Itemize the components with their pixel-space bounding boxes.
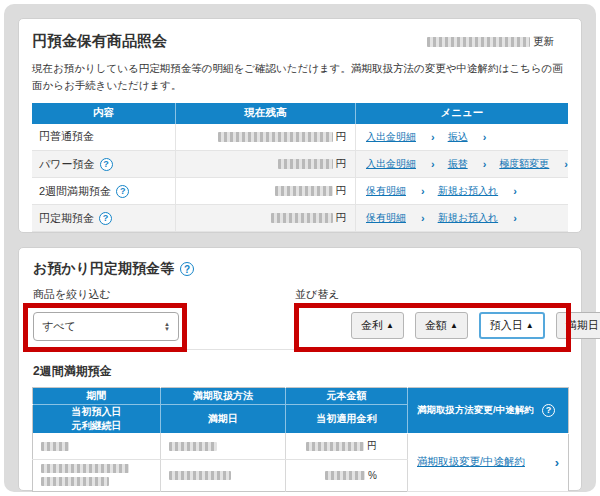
chevron-right-icon: ›	[555, 455, 559, 470]
column-header-maturity: 満期日	[161, 405, 286, 434]
link-new-deposit[interactable]: 新規お預入れ	[438, 211, 498, 225]
help-icon[interactable]: ?	[542, 404, 555, 417]
percent-suffix: %	[368, 470, 377, 481]
table-row-2week: 2週間満期預金? 円 保有明細› 新規お預入れ›	[32, 178, 568, 205]
column-header-action: 満期取扱方法変更/中途解約 ?	[408, 388, 569, 434]
masked-renewal-date	[41, 477, 109, 486]
last-updated: 更新	[427, 35, 554, 49]
help-icon[interactable]: ?	[99, 212, 112, 225]
time-deposit-card: お預かり円定期預金等 ? 商品を絞り込む 並び替え すべて ▲▼ 金利▲ 金額▲…	[18, 247, 582, 491]
help-icon[interactable]: ?	[100, 158, 113, 171]
link-limit-change[interactable]: 極度額変更	[499, 157, 549, 171]
chevron-right-icon: ›	[513, 212, 517, 224]
section-title: お預かり円定期預金等	[33, 260, 174, 278]
yen-suffix: 円	[335, 130, 346, 142]
chevron-right-icon: ›	[513, 185, 517, 197]
product-name: パワー預金	[39, 157, 95, 172]
link-new-deposit[interactable]: 新規お預入れ	[438, 184, 498, 198]
column-header-deposit-date: 当初預入日 元利継続日	[33, 405, 161, 434]
masked-principal	[306, 442, 364, 451]
subsection-title: 2週間満期預金	[33, 363, 112, 380]
masked-rate	[325, 471, 365, 480]
table-row-power: パワー預金? 円 入出金明細› 振替› 極度額変更›	[32, 151, 568, 178]
filter-label: 商品を絞り込む	[33, 287, 111, 302]
table-row-teiki: 円定期預金? 円 保有明細› 新規お預入れ›	[32, 205, 568, 232]
column-header-content: 内容	[32, 103, 176, 124]
chevron-right-icon: ›	[483, 131, 487, 143]
masked-balance	[278, 159, 333, 169]
link-holdings-detail[interactable]: 保有明細	[366, 184, 406, 198]
updated-label: 更新	[533, 35, 554, 49]
product-name: 円普通預金	[39, 129, 94, 144]
holdings-card: 円預金保有商品照会 更新 現在お預かりしている円定期預金等の明細をご確認いただけ…	[18, 18, 582, 233]
masked-period	[41, 442, 69, 451]
masked-maturity-date	[169, 471, 231, 480]
chevron-right-icon: ›	[421, 185, 425, 197]
column-header-period: 期間	[33, 388, 161, 405]
masked-update-timestamp	[427, 37, 530, 47]
action-cell: 満期取扱変更/中途解約 ›	[408, 433, 569, 491]
masked-balance	[275, 186, 333, 196]
column-header-menu: メニュー	[355, 103, 568, 124]
link-transfer-between[interactable]: 振替	[448, 157, 468, 171]
help-icon[interactable]: ?	[180, 262, 194, 276]
yen-suffix: 円	[367, 440, 377, 451]
masked-method	[169, 442, 217, 451]
column-header-balance: 現在残高	[176, 103, 356, 124]
chevron-right-icon: ›	[431, 131, 435, 143]
link-transfer[interactable]: 振込	[448, 130, 468, 144]
product-name: 円定期預金	[39, 211, 94, 226]
link-deposit-withdrawal-detail[interactable]: 入出金明細	[366, 157, 416, 171]
product-name: 2週間満期預金	[39, 184, 111, 199]
deposit-row-summary: 円 満期取扱変更/中途解約 ›	[33, 433, 569, 459]
page-title: 円預金保有商品照会	[32, 32, 167, 51]
holdings-table: 内容 現在残高 メニュー 円普通預金 円 入出金明細› 振込› パワー預金? 円…	[32, 103, 568, 233]
maturity-change-cancel-link[interactable]: 満期取扱変更/中途解約	[417, 455, 525, 469]
page-description: 現在お預かりしている円定期預金等の明細をご確認いただけます。満期取扱方法の変更や…	[32, 60, 568, 95]
yen-suffix: 円	[335, 157, 346, 169]
link-deposit-withdrawal-detail[interactable]: 入出金明細	[366, 130, 416, 144]
annotation-box-filter	[23, 303, 187, 352]
help-icon[interactable]: ?	[116, 185, 129, 198]
yen-suffix: 円	[335, 184, 346, 196]
column-header-rate: 当初適用金利	[286, 405, 408, 434]
time-deposit-table: 期間 満期取扱方法 元本金額 満期取扱方法変更/中途解約 ? 当初預入日 元利継…	[32, 387, 569, 492]
chevron-right-icon: ›	[421, 212, 425, 224]
chevron-right-icon: ›	[564, 158, 568, 170]
annotation-box-sort	[294, 303, 571, 352]
table-row-futsu: 円普通預金 円 入出金明細› 振込›	[32, 124, 568, 151]
chevron-right-icon: ›	[483, 158, 487, 170]
yen-suffix: 円	[335, 211, 346, 223]
masked-deposit-date	[41, 464, 129, 473]
column-header-method: 満期取扱方法	[161, 388, 286, 405]
chevron-right-icon: ›	[431, 158, 435, 170]
link-holdings-detail[interactable]: 保有明細	[366, 211, 406, 225]
column-header-principal: 元本金額	[286, 388, 408, 405]
masked-balance	[271, 213, 333, 223]
masked-balance	[218, 132, 333, 142]
sort-label: 並び替え	[295, 287, 340, 302]
